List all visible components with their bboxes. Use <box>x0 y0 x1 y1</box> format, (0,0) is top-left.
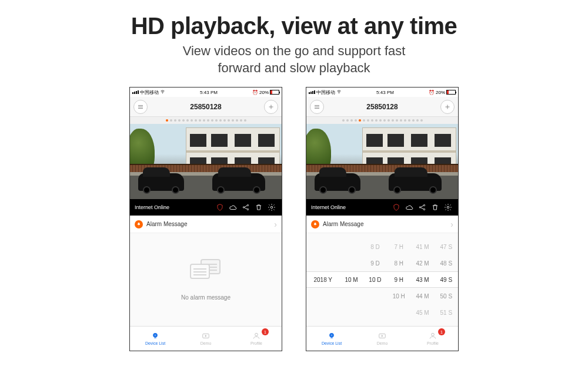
nav-header: 25850128 <box>306 97 458 117</box>
tab-profile[interactable]: 1 Profile <box>407 327 458 351</box>
phone-left: 中国移动 5:43 PM ⏰ 20% 25850128 <box>129 87 282 351</box>
picker-cell: 9 H <box>387 277 410 283</box>
battery-icon <box>446 90 456 95</box>
tab-label: Profile <box>250 341 262 345</box>
menu-button[interactable] <box>310 100 324 114</box>
empty-text: No alarm message <box>181 294 230 301</box>
hero-title: HD playback, view at any time <box>0 13 588 39</box>
shield-icon[interactable] <box>391 202 402 213</box>
alarm-bell-icon <box>135 220 143 228</box>
tab-demo[interactable]: Demo <box>357 327 407 351</box>
share-icon[interactable] <box>240 202 251 213</box>
hero: HD playback, view at any time View video… <box>0 0 588 76</box>
wifi-icon <box>160 89 165 95</box>
empty-state: No alarm message <box>130 233 282 326</box>
share-icon[interactable] <box>417 202 427 213</box>
status-time: 5:43 PM <box>200 90 218 95</box>
tab-label: Profile <box>427 341 439 345</box>
alarm-message-row[interactable]: Alarm Message › <box>306 216 458 233</box>
tab-device-list[interactable]: Device List <box>306 327 357 351</box>
picker-row[interactable]: 2018 Y10 M10 D9 H43 M49 S <box>306 271 458 288</box>
video-preview[interactable]: ID:25850128 <box>130 124 282 199</box>
person-icon <box>251 332 262 340</box>
chevron-right-icon: › <box>274 220 277 229</box>
tab-device-list[interactable]: Device List <box>130 327 181 351</box>
picker-cell: 8 D <box>363 244 387 250</box>
play-icon <box>377 332 387 340</box>
svg-point-12 <box>423 209 425 210</box>
connection-status: Internet Online <box>135 204 169 210</box>
tab-label: Device List <box>322 341 342 345</box>
notification-badge: 1 <box>438 328 445 335</box>
svg-point-17 <box>432 334 435 337</box>
svg-point-13 <box>447 206 449 208</box>
trash-icon[interactable] <box>430 202 440 213</box>
alarm-message-row[interactable]: Alarm Message › <box>130 216 282 233</box>
svg-point-0 <box>162 93 163 93</box>
tab-label: Demo <box>377 341 388 345</box>
add-button[interactable] <box>264 100 278 114</box>
gear-icon[interactable] <box>443 202 453 213</box>
svg-point-1 <box>243 207 244 208</box>
picker-cell: 2018 Y <box>306 277 339 283</box>
nav-header: 25850128 <box>130 97 282 117</box>
picker-cell: 47 S <box>435 244 458 250</box>
picker-cell: 44 M <box>410 293 434 300</box>
picker-cell: 48 S <box>435 260 458 267</box>
video-toolbar: Internet Online <box>130 199 282 216</box>
content-area: No alarm message <box>130 233 282 326</box>
picker-cell: 8 H <box>387 260 410 267</box>
signal-icon <box>132 90 139 94</box>
cloud-icon[interactable] <box>228 202 238 213</box>
shield-icon[interactable] <box>215 202 225 213</box>
alarm-bell-icon <box>311 220 319 228</box>
phone-right: 中国移动 5:43 PM ⏰ 20% 25850128 <box>306 87 459 351</box>
page-indicator <box>306 117 458 124</box>
picker-row[interactable]: 10 H44 M50 S <box>306 288 458 304</box>
chevron-right-icon: › <box>450 220 453 229</box>
notification-badge: 1 <box>262 328 269 335</box>
video-preview[interactable]: ID:25850128 <box>306 124 458 199</box>
tab-label: Demo <box>201 341 212 345</box>
svg-point-4 <box>270 206 273 208</box>
person-icon <box>427 332 438 340</box>
tab-label: Device List <box>145 341 165 345</box>
svg-point-6 <box>155 335 156 336</box>
page-indicator <box>130 117 282 124</box>
camera-icon <box>150 332 161 340</box>
picker-cell: 10 H <box>387 293 410 300</box>
picker-row[interactable]: 9 D8 H42 M48 S <box>306 255 458 271</box>
picker-cell: 43 M <box>410 277 434 283</box>
play-icon <box>201 332 211 340</box>
datetime-picker[interactable]: 8 D7 H41 M47 S9 D8 H42 M48 S2018 Y10 M10… <box>306 233 458 326</box>
bottom-tabs: Device List Demo 1 Profile <box>130 326 282 351</box>
add-button[interactable] <box>440 100 455 114</box>
picker-row[interactable]: 45 M51 S <box>306 304 458 321</box>
svg-point-10 <box>419 207 420 208</box>
svg-point-9 <box>339 93 339 93</box>
tab-profile[interactable]: 1 Profile <box>231 327 282 351</box>
tab-demo[interactable]: Demo <box>181 327 231 351</box>
trash-icon[interactable] <box>253 202 264 213</box>
svg-point-15 <box>331 335 332 336</box>
content-area: 8 D7 H41 M47 S9 D8 H42 M48 S2018 Y10 M10… <box>306 233 458 326</box>
status-time: 5:43 PM <box>376 90 394 95</box>
picker-cell: 45 M <box>410 310 434 316</box>
picker-cell: 10 M <box>339 277 363 283</box>
picker-cell: 50 S <box>435 293 458 300</box>
phone-mockups: 中国移动 5:43 PM ⏰ 20% 25850128 <box>0 87 588 351</box>
wifi-icon <box>336 89 342 95</box>
picker-row[interactable]: 8 D7 H41 M47 S <box>306 238 458 255</box>
picker-cell: 41 M <box>410 244 434 250</box>
nav-title: 25850128 <box>366 103 397 111</box>
hero-subtitle: View videos on the go and support fast f… <box>0 43 588 76</box>
status-bar: 中国移动 5:43 PM ⏰ 20% <box>130 88 282 97</box>
cloud-icon[interactable] <box>404 202 415 213</box>
gear-icon[interactable] <box>266 202 277 213</box>
menu-button[interactable] <box>133 100 148 114</box>
picker-cell: 49 S <box>435 277 458 283</box>
svg-point-3 <box>247 209 248 210</box>
status-bar: 中国移动 5:43 PM ⏰ 20% <box>306 88 458 97</box>
picker-cell: 51 S <box>435 310 458 316</box>
chat-bubbles-icon <box>190 259 222 286</box>
